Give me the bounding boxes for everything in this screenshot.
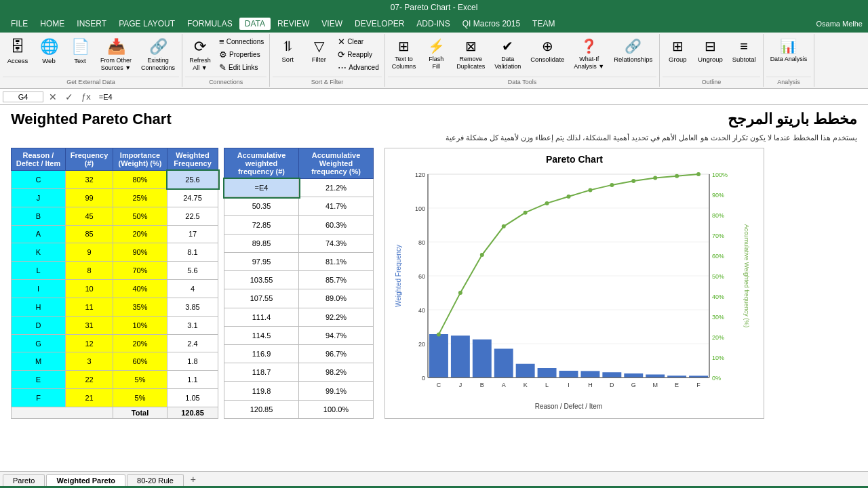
svg-text:90%: 90% [712,192,724,199]
menu-addins[interactable]: ADD-INS [411,18,455,30]
accum-row: 119.899.1% [224,382,374,400]
accum-row: 114.594.7% [224,326,374,344]
svg-text:Accumulative Weighted frequenc: Accumulative Weighted frequency (%) [743,224,750,327]
svg-text:B: B [480,382,484,388]
menu-view[interactable]: VIEW [316,18,348,30]
svg-text:60%: 60% [712,253,724,260]
menu-review[interactable]: REVIEW [272,18,315,30]
accum-row: 50.3541.7% [224,197,374,216]
menu-file[interactable]: FILE [5,18,33,30]
ungroup-button[interactable]: ⊟ Ungroup [694,35,726,66]
group-label: Group [669,56,686,63]
reapply-label: Reapply [347,51,372,58]
svg-text:60: 60 [418,273,425,280]
col-header-imp: Importance(Weight) (%) [113,148,167,171]
insert-function-btn[interactable]: ƒx [79,92,94,102]
confirm-formula-btn[interactable]: ✓ [62,92,76,102]
remove-duplicates-button[interactable]: ⊠ RemoveDuplicates [452,35,489,73]
external-data-buttons: 🗄 Access 🌐 Web 📄 Text 📥 From OtherSource… [3,35,179,77]
svg-text:40: 40 [418,307,425,314]
relationships-icon: 🔗 [625,38,642,54]
svg-text:E: E [675,382,679,388]
svg-text:20: 20 [418,341,425,348]
text-to-columns-button[interactable]: ⊞ Text toColumns [388,35,420,73]
group-button[interactable]: ⊞ Group [663,35,692,66]
formula-input[interactable] [96,92,865,102]
tab-pareto[interactable]: Pareto [3,474,45,486]
svg-point-61 [631,179,635,183]
text-button[interactable]: 📄 Text [65,35,95,68]
ribbon-group-sort-filter: ⥮ Sort ▽ Filter ✕Clear ⟳Reapply ⋯Advance… [270,34,384,87]
flash-fill-button[interactable]: ⚡ FlashFill [421,35,451,73]
accum-row: 97.9581.1% [224,252,374,270]
accum-row: 120.85100.0% [224,400,374,418]
cancel-formula-btn[interactable]: ✕ [46,92,60,102]
data-analysis-button[interactable]: 📊 Data Analysis [766,35,812,66]
tables-area: Reason /Defect / Item Frequency(#) Impor… [11,148,857,419]
consolidate-button[interactable]: ⊕ Consolidate [526,35,568,66]
filter-button[interactable]: ▽ Filter [304,35,334,66]
accum-table-body: =E421.2%50.3541.7%72.8560.3%89.8574.3%97… [224,179,374,419]
menu-qi[interactable]: QI Macros 2015 [457,18,526,30]
edit-links-button[interactable]: ✎Edit Links [216,61,267,74]
relationships-button[interactable]: 🔗 Relationships [610,35,656,66]
svg-text:10%: 10% [712,354,724,361]
clear-button[interactable]: ✕Clear [335,35,381,48]
flash-fill-icon: ⚡ [428,38,445,54]
svg-text:20%: 20% [712,334,724,341]
ribbon-content: 🗄 Access 🌐 Web 📄 Text 📥 From OtherSource… [0,33,868,88]
svg-text:70%: 70% [712,232,724,239]
sort-button[interactable]: ⥮ Sort [273,35,302,66]
table-row: F215%1.05 [12,389,218,407]
refresh-all-button[interactable]: ⟳ RefreshAll ▼ [185,35,215,75]
svg-text:C: C [437,382,441,388]
menu-page-layout[interactable]: PAGE LAYOUT [113,18,180,30]
svg-point-63 [675,174,679,178]
total-label: Total [113,407,167,419]
access-button[interactable]: 🗄 Access [3,35,33,68]
advanced-button[interactable]: ⋯Advanced [335,61,381,74]
reapply-button[interactable]: ⟳Reapply [335,48,381,61]
add-sheet-button[interactable]: + [185,472,201,486]
from-other-sources-button[interactable]: 📥 From OtherSources ▼ [96,35,136,75]
sort-icon: ⥮ [282,38,294,54]
svg-rect-32 [494,349,513,378]
existing-connections-button[interactable]: 🔗 ExistingConnections [137,35,179,75]
tab-80-20[interactable]: 80-20 Rule [127,474,184,486]
analysis-buttons: 📊 Data Analysis [766,35,812,77]
ribbon-group-outline: ⊞ Group ⊟ Ungroup ≡ Subtotal Outline [660,34,763,87]
chart-title: Pareto Chart [391,154,758,165]
arabic-title: مخطط باريتو المرجح [728,110,857,131]
menu-team[interactable]: TEAM [527,18,560,30]
remove-dup-icon: ⊠ [465,38,477,54]
tab-weighted-pareto[interactable]: Weighted Pareto [46,474,125,486]
data-val-label: DataValidation [494,56,521,70]
relationships-label: Relationships [614,56,652,63]
menu-home[interactable]: HOME [35,18,70,30]
data-validation-button[interactable]: ✔ DataValidation [490,35,525,73]
menu-formulas[interactable]: FORMULAS [182,18,238,30]
flash-fill-label: FlashFill [429,56,443,70]
svg-rect-38 [559,371,578,378]
total-row: Total 120.85 [12,407,218,419]
edit-links-label: Edit Links [229,64,258,71]
ribbon-group-connections: ⟳ RefreshAll ▼ ≡Connections ⚙Properties … [182,34,270,87]
prop-label: Properties [229,51,260,58]
consolidate-label: Consolidate [530,56,564,63]
what-if-button[interactable]: ❓ What-IfAnalysis ▼ [570,35,608,73]
properties-button[interactable]: ⚙Properties [216,48,267,61]
accum-row: 118.798.2% [224,363,374,382]
sheet-tabs: Pareto Weighted Pareto 80-20 Rule + [0,471,868,486]
menu-insert[interactable]: INSERT [71,18,112,30]
edit-links-icon: ✎ [219,62,226,73]
name-box[interactable] [3,92,43,102]
menu-developer[interactable]: DEVELOPER [349,18,410,30]
svg-text:D: D [610,382,614,388]
connections-button[interactable]: ≡Connections [216,35,267,48]
web-button[interactable]: 🌐 Web [34,35,64,68]
menu-data[interactable]: DATA [239,18,271,30]
prop-icon: ⚙ [219,49,227,60]
subtotal-button[interactable]: ≡ Subtotal [728,35,760,66]
svg-rect-30 [473,340,492,378]
access-icon: 🗄 [10,38,25,56]
